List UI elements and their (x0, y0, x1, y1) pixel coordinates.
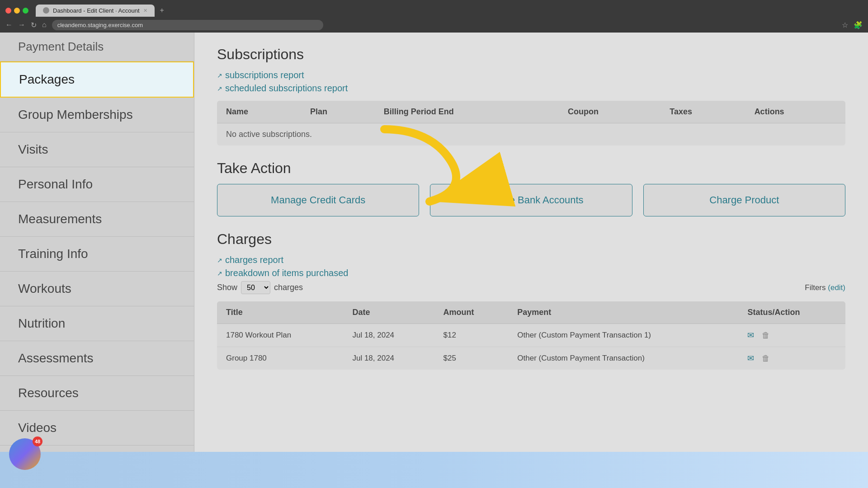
charges-col-date: Date (343, 301, 434, 324)
manage-credit-cards-button[interactable]: Manage Credit Cards (217, 184, 419, 216)
sidebar-item-training-info[interactable]: Training Info (0, 237, 194, 272)
charge-title: 1780 Workout Plan (217, 324, 343, 347)
external-link-icon-2: ↗ (217, 85, 222, 92)
charges-col-title: Title (217, 301, 343, 324)
tab-favicon (43, 7, 49, 14)
tab-bar: Dashboard - Edit Client · Account ✕ + (0, 0, 868, 17)
charge-date: Jul 18, 2024 (343, 324, 434, 347)
charge-date: Jul 18, 2024 (343, 347, 434, 370)
sidebar: Payment Details Packages Group Membershi… (0, 33, 194, 488)
delete-icon[interactable]: 🗑 (762, 331, 770, 340)
col-billing-period-end: Billing Period End (375, 101, 559, 123)
sidebar-item-personal-info[interactable]: Personal Info (0, 167, 194, 202)
show-controls-row: Show 50 25 100 charges Filters (edit) (217, 281, 845, 294)
col-coupon: Coupon (559, 101, 660, 123)
browser-toolbar-icons: ☆ 🧩 (842, 21, 863, 29)
scheduled-subscriptions-link-row: ↗ scheduled subscriptions report (217, 83, 845, 94)
new-tab-button[interactable]: + (160, 6, 164, 14)
show-label: Show (217, 283, 237, 292)
sidebar-item-packages[interactable]: Packages (0, 61, 194, 98)
empty-subscriptions-message: No active subscriptions. (217, 123, 845, 146)
charges-section: Charges ↗ charges report ↗ breakdown of … (217, 231, 845, 370)
sidebar-item-resources[interactable]: Resources (0, 376, 194, 411)
take-action-title: Take Action (217, 160, 845, 177)
external-link-icon-4: ↗ (217, 270, 222, 277)
charges-suffix: charges (274, 283, 303, 292)
address-bar: ← → ↻ ⌂ ☆ 🧩 (0, 17, 868, 33)
table-row: 1780 Workout Plan Jul 18, 2024 $12 Other… (217, 324, 845, 347)
col-actions: Actions (745, 101, 845, 123)
traffic-lights (5, 8, 28, 14)
browser-chrome: Dashboard - Edit Client · Account ✕ + ← … (0, 0, 868, 33)
sidebar-item-assessments[interactable]: Assessments (0, 341, 194, 376)
charges-col-amount: Amount (434, 301, 509, 324)
url-input[interactable] (52, 20, 323, 30)
home-button[interactable]: ⌂ (42, 21, 47, 29)
breakdown-link-row: ↗ breakdown of items purchased (217, 268, 845, 278)
sidebar-item-visits[interactable]: Visits (0, 132, 194, 167)
subscriptions-table: Name Plan Billing Period End Coupon Taxe… (217, 101, 845, 145)
refresh-button[interactable]: ↻ (31, 21, 37, 29)
close-button[interactable] (5, 8, 11, 14)
email-icon[interactable]: ✉ (747, 331, 754, 340)
table-row: Group 1780 Jul 18, 2024 $25 Other (Custo… (217, 347, 845, 370)
charges-title: Charges (217, 231, 845, 248)
col-plan: Plan (301, 101, 375, 123)
delete-icon[interactable]: 🗑 (762, 354, 770, 363)
sidebar-item-measurements[interactable]: Measurements (0, 202, 194, 237)
subscriptions-section: Subscriptions ↗ subscriptions report ↗ s… (217, 46, 845, 145)
bookmark-icon[interactable]: ☆ (842, 21, 848, 29)
charge-amount: $25 (434, 347, 509, 370)
minimize-button[interactable] (14, 8, 20, 14)
avatar-area: 48 (9, 438, 41, 470)
charge-actions: ✉ 🗑 (738, 347, 845, 370)
back-button[interactable]: ← (5, 21, 13, 29)
charges-report-link-row: ↗ charges report (217, 255, 845, 265)
take-action-section: Take Action Manage Credit Cards Manage B… (217, 160, 845, 216)
charge-amount: $12 (434, 324, 509, 347)
table-row: No active subscriptions. (217, 123, 845, 146)
subscriptions-report-link[interactable]: subscriptions report (225, 70, 304, 80)
charge-product-button[interactable]: Charge Product (643, 184, 845, 216)
active-tab[interactable]: Dashboard - Edit Client · Account ✕ (36, 5, 155, 17)
charges-report-link[interactable]: charges report (225, 255, 283, 265)
external-link-icon-3: ↗ (217, 257, 222, 264)
user-avatar[interactable]: 48 (9, 438, 41, 470)
charge-title: Group 1780 (217, 347, 343, 370)
filters-controls: Filters (edit) (805, 283, 845, 292)
col-taxes: Taxes (660, 101, 745, 123)
breakdown-link[interactable]: breakdown of items purchased (225, 268, 348, 278)
scheduled-subscriptions-link[interactable]: scheduled subscriptions report (225, 83, 348, 94)
subscriptions-report-link-row: ↗ subscriptions report (217, 70, 845, 80)
charge-payment: Other (Custom Payment Transaction) (508, 347, 738, 370)
charges-col-payment: Payment (508, 301, 738, 324)
extensions-icon[interactable]: 🧩 (854, 21, 863, 29)
show-count-select[interactable]: 50 25 100 (241, 281, 270, 294)
app-container: Payment Details Packages Group Membershi… (0, 33, 868, 488)
sidebar-item-workouts[interactable]: Workouts (0, 272, 194, 306)
col-name: Name (217, 101, 301, 123)
tab-close-button[interactable]: ✕ (143, 8, 147, 14)
tab-title: Dashboard - Edit Client · Account (53, 7, 140, 14)
charges-col-status: Status/Action (738, 301, 845, 324)
email-icon[interactable]: ✉ (747, 354, 754, 363)
maximize-button[interactable] (23, 8, 28, 14)
sidebar-item-nutrition[interactable]: Nutrition (0, 306, 194, 341)
notification-badge: 48 (33, 436, 42, 446)
action-buttons-row: Manage Credit Cards Manage Bank Accounts… (217, 184, 845, 216)
main-content: Subscriptions ↗ subscriptions report ↗ s… (194, 33, 868, 488)
subscriptions-title: Subscriptions (217, 46, 845, 63)
sidebar-item-payment-details[interactable]: Payment Details (0, 33, 194, 61)
charge-actions: ✉ 🗑 (738, 324, 845, 347)
external-link-icon-1: ↗ (217, 72, 222, 79)
filters-label: Filters (805, 283, 826, 292)
bottom-gradient (0, 452, 868, 488)
charges-table: Title Date Amount Payment Status/Action … (217, 301, 845, 370)
charge-payment: Other (Custom Payment Transaction 1) (508, 324, 738, 347)
forward-button[interactable]: → (18, 21, 25, 29)
manage-bank-accounts-button[interactable]: Manage Bank Accounts (430, 184, 632, 216)
sidebar-item-group-memberships[interactable]: Group Memberships (0, 98, 194, 132)
filters-edit-link[interactable]: (edit) (828, 283, 845, 292)
